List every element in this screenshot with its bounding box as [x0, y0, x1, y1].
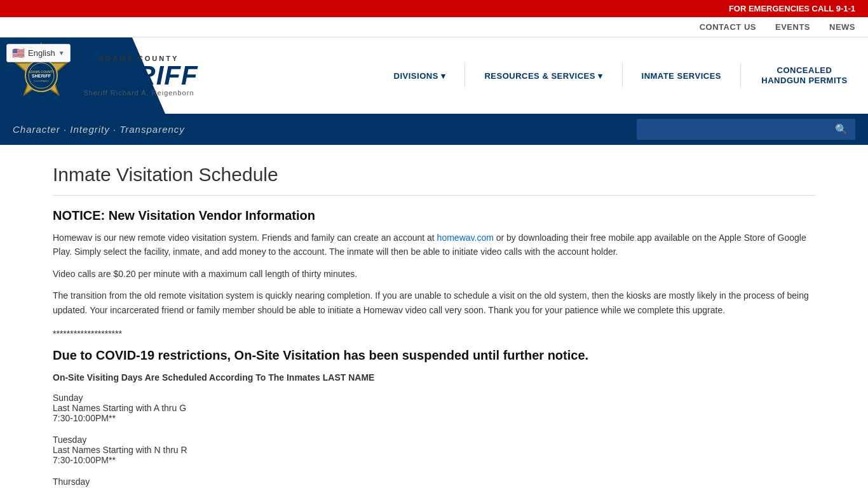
language-selector[interactable]: 🇺🇸 English ▼: [6, 44, 71, 62]
nav-concealed-handgun[interactable]: CONCEALED HANDGUN PERMITS: [760, 65, 849, 85]
schedule-day-0: Sunday: [53, 393, 815, 403]
main-content: Inmate Visitation Schedule NOTICE: New V…: [40, 145, 828, 488]
schedule-header: On-Site Visiting Days Are Scheduled Acco…: [53, 370, 815, 384]
main-nav: DIVISIONS ▾ RESOURCES & SERVICES ▾ INMAT…: [394, 63, 855, 88]
search-box[interactable]: 🔍: [637, 119, 855, 140]
emergency-bar: FOR EMERGENCIES CALL 9-1-1: [0, 0, 868, 17]
schedule-day-1: Tuesday: [53, 435, 815, 445]
search-button[interactable]: 🔍: [827, 119, 855, 140]
notice-paragraph-1: Homewav is our new remote video visitati…: [53, 231, 815, 259]
top-nav: CONTACT US EVENTS NEWS: [0, 17, 868, 37]
schedule-block: Tuesday Last Names Starting with N thru …: [53, 435, 815, 465]
schedule-names-1: Last Names Starting with N thru R: [53, 445, 815, 455]
nav-divider-1: [465, 63, 465, 88]
sheriff-name: Sheriff Richard A. Reigenborn: [83, 89, 194, 97]
separator: ********************: [53, 327, 815, 341]
emergency-text: FOR EMERGENCIES CALL 9-1-1: [729, 4, 855, 13]
notice-p1-pre: Homewav is our new remote video visitati…: [53, 233, 437, 243]
nav-divider-2: [622, 63, 623, 88]
sheriff-title-block: ADAMS COUNTY SHERIFF Sheriff Richard A. …: [79, 55, 198, 97]
search-input[interactable]: [637, 120, 827, 139]
schedule-names-0: Last Names Starting with A thru G: [53, 403, 815, 413]
flag-icon: 🇺🇸: [12, 47, 25, 59]
nav-divider-3: [740, 63, 741, 88]
schedule-day-2: Thursday: [53, 477, 815, 487]
nav-divisions[interactable]: DIVISIONS ▾: [394, 71, 446, 81]
svg-text:SHERIFF: SHERIFF: [32, 74, 51, 78]
svg-text:COLORADO: COLORADO: [34, 79, 49, 83]
site-header: 🇺🇸 English ▼ ADAMS COUNTY SHERIFF COLORA…: [0, 37, 868, 114]
contact-us-link[interactable]: CONTACT US: [700, 22, 756, 32]
chevron-down-icon: ▼: [58, 50, 65, 57]
page-title: Inmate Visitation Schedule: [53, 164, 815, 196]
tagline-bar: Character · Integrity · Transparency 🔍: [0, 114, 868, 145]
sheriff-word: SHERIFF: [79, 62, 198, 89]
covid-title: Due to COVID-19 restrictions, On-Site Vi…: [53, 348, 815, 363]
news-link[interactable]: NEWS: [829, 22, 855, 32]
tagline-text: Character · Integrity · Transparency: [13, 124, 185, 135]
notice-paragraph-3: The transition from the old remote visit…: [53, 288, 815, 317]
lang-label: English: [28, 48, 55, 58]
schedule-time-1: 7:30-10:00PM**: [53, 455, 815, 465]
schedule-time-0: 7:30-10:00PM**: [53, 413, 815, 423]
notice-title: NOTICE: New Visitation Vendor Informatio…: [53, 208, 815, 223]
notice-paragraph-2: Video calls are $0.20 per minute with a …: [53, 267, 815, 281]
nav-resources[interactable]: RESOURCES & SERVICES ▾: [484, 71, 602, 81]
events-link[interactable]: EVENTS: [775, 22, 810, 32]
schedule-block: Sunday Last Names Starting with A thru G…: [53, 393, 815, 423]
homewav-link[interactable]: homewav.com: [437, 233, 494, 243]
schedule-block: Thursday Last Names Starting with S thru…: [53, 477, 815, 488]
schedule-container: Sunday Last Names Starting with A thru G…: [53, 393, 815, 488]
nav-inmate-services[interactable]: INMATE SERVICES: [642, 71, 721, 81]
